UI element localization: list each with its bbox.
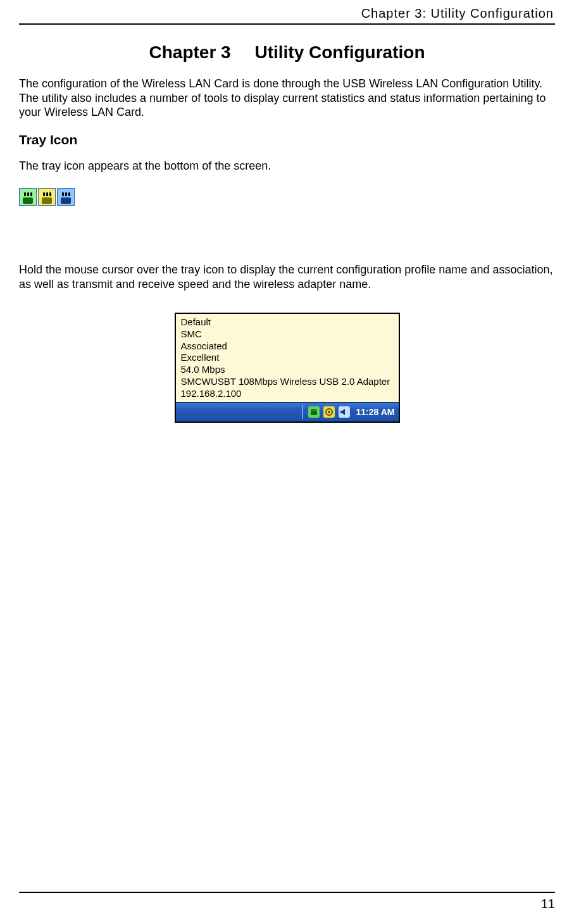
chapter-title-text: Utility Configuration (254, 42, 425, 62)
tooltip-line: Excellent (181, 352, 394, 364)
tooltip-figure: Default SMC Associated Excellent 54.0 Mb… (175, 313, 400, 423)
tray-volume-icon[interactable] (339, 406, 350, 418)
adapter-body-icon (42, 197, 52, 204)
chapter-number: Chapter 3 (149, 42, 230, 62)
adapter-body-icon (61, 197, 71, 204)
windows-taskbar: 11:28 AM (176, 403, 399, 421)
svg-rect-3 (315, 409, 316, 411)
adapter-body-icon (23, 197, 33, 204)
svg-rect-0 (311, 411, 317, 415)
signal-bars-icon (24, 192, 32, 196)
tooltip-line: Associated (181, 340, 394, 353)
tray-status-icon[interactable] (323, 406, 335, 418)
page-number: 11 (541, 897, 555, 911)
tray-icon-yellow (38, 188, 56, 206)
document-page: Chapter 3: Utility Configuration Chapter… (0, 0, 574, 924)
taskbar-divider (302, 405, 303, 419)
intro-paragraph: The configuration of the Wireless LAN Ca… (19, 77, 555, 120)
signal-bars-icon (43, 192, 51, 196)
tray-icon-blue (57, 188, 75, 206)
tray-icon-row (19, 188, 555, 206)
running-header: Chapter 3: Utility Configuration (19, 6, 555, 25)
tooltip-line: SMC (181, 328, 394, 340)
chapter-heading: Chapter 3 Utility Configuration (19, 42, 555, 63)
tray-icon-paragraph: The tray icon appears at the bottom of t… (19, 159, 555, 173)
tooltip-figure-wrap: Default SMC Associated Excellent 54.0 Mb… (19, 313, 555, 423)
tooltip-intro-paragraph: Hold the mouse cursor over the tray icon… (19, 263, 555, 291)
tooltip-line: 54.0 Mbps (181, 364, 394, 376)
svg-point-5 (328, 411, 330, 413)
tooltip-line: 192.168.2.100 (181, 388, 394, 400)
tray-tooltip: Default SMC Associated Excellent 54.0 Mb… (176, 314, 399, 403)
tray-icon-green (19, 188, 37, 206)
tray-icon-heading: Tray Icon (19, 132, 555, 147)
tooltip-line: Default (181, 316, 394, 328)
tooltip-line: SMCWUSBT 108Mbps Wireless USB 2.0 Adapte… (181, 376, 394, 388)
signal-bars-icon (62, 192, 70, 196)
tray-network-icon[interactable] (308, 406, 320, 418)
taskbar-clock: 11:28 AM (356, 407, 395, 417)
svg-rect-1 (311, 409, 313, 411)
page-footer: 11 (19, 892, 555, 911)
svg-rect-2 (313, 409, 315, 411)
